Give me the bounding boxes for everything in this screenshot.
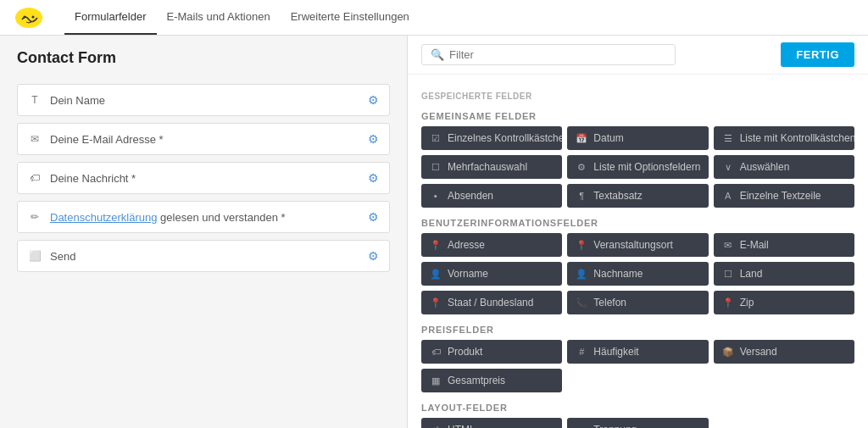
logo-icon [14, 6, 44, 30]
svg-point-2 [32, 15, 35, 18]
chip-staat-bundesland[interactable]: 📍Staat / Bundesland [421, 291, 562, 314]
form-fields-list: T Dein Name ⚙ ✉ Deine E-Mail Adresse * ⚙… [17, 84, 390, 272]
gemeinsame-grid: ☑Einzelnes Kontrollkästchen 📅Datum ☰List… [421, 126, 854, 208]
main-nav: Formularfelder E-Mails und Aktionen Erwe… [64, 0, 420, 35]
chip-zip[interactable]: 📍Zip [714, 291, 854, 314]
chip-textabsatz[interactable]: ¶Textabsatz [567, 184, 708, 208]
field-label-datenschutz: Datenschutzerklärung gelesen und verstan… [50, 211, 286, 224]
chip-icon: A [722, 191, 734, 201]
field-gear-message[interactable]: ⚙ [368, 171, 379, 185]
chip-icon: ∨ [722, 162, 734, 173]
field-gear-name[interactable]: ⚙ [368, 93, 379, 107]
chip-einzelne-textzeile[interactable]: AEinzelne Textzeile [714, 184, 854, 208]
filter-input[interactable] [449, 48, 666, 61]
chip-icon: ☑ [430, 133, 442, 144]
chip-icon: 📦 [722, 347, 734, 358]
benutzer-grid: 📍Adresse 📍Veranstaltungsort ✉E-Mail 👤Vor… [421, 233, 854, 314]
field-label-send: Send [50, 250, 75, 263]
chip-haufigkeit[interactable]: #Häufigkeit [567, 340, 708, 364]
field-row-name[interactable]: T Dein Name ⚙ [17, 84, 390, 116]
datenschutz-link[interactable]: Datenschutzerklärung [50, 211, 157, 224]
chip-vorname[interactable]: 👤Vorname [421, 262, 562, 286]
preis-grid: 🏷Produkt #Häufigkeit 📦Versand ▦Gesamtpre… [421, 340, 854, 392]
chip-icon: 🏷 [430, 347, 442, 357]
chip-gesamtpreis[interactable]: ▦Gesamtpreis [421, 369, 562, 392]
svg-point-0 [15, 8, 42, 28]
chip-icon: ▦ [430, 375, 442, 386]
chip-mehrfachauswahl[interactable]: ☐Mehrfachauswahl [421, 155, 562, 179]
text-icon: T [28, 93, 42, 107]
svg-point-1 [24, 15, 26, 18]
chip-icon: 📍 [722, 297, 734, 308]
chip-einzelnes-kontrollkaestchen[interactable]: ☑Einzelnes Kontrollkästchen [421, 126, 562, 150]
section-label-layout: LAYOUT-FELDER [421, 403, 854, 413]
field-label-email: Deine E-Mail Adresse * [50, 133, 164, 146]
section-label-gemeinsame: GEMEINSAME FELDER [421, 111, 854, 121]
chip-icon: 📞 [576, 297, 587, 308]
chip-icon: ☰ [722, 133, 734, 144]
chip-nachname[interactable]: 👤Nachname [567, 262, 708, 286]
saved-section-label: GESPEICHERTE FELDER [421, 92, 854, 101]
sections-container: GESPEICHERTE FELDER GEMEINSAME FELDER ☑E… [408, 75, 868, 428]
right-panel: 🔍 FERTIG GESPEICHERTE FELDER GEMEINSAME … [407, 36, 868, 428]
section-label-benutzer: BENUTZERINFORMATIONSFELDER [421, 218, 854, 228]
send-icon: ⬜ [28, 249, 42, 263]
field-label-message: Deine Nachricht * [50, 172, 136, 185]
fertig-button[interactable]: FERTIG [781, 42, 854, 67]
field-row-send[interactable]: ⬜ Send ⚙ [17, 240, 390, 272]
tab-formularfelder[interactable]: Formularfelder [64, 0, 157, 35]
chip-icon: 👤 [576, 269, 587, 280]
chip-liste-kontrollkaestchen[interactable]: ☰Liste mit Kontrollkästchen [714, 126, 854, 150]
field-row-email[interactable]: ✉ Deine E-Mail Adresse * ⚙ [17, 123, 390, 155]
search-icon: 🔍 [431, 48, 444, 61]
chip-icon: # [576, 347, 587, 357]
chip-veranstaltungsort[interactable]: 📍Veranstaltungsort [567, 233, 708, 257]
chip-versand[interactable]: 📦Versand [714, 340, 854, 364]
chip-adresse[interactable]: 📍Adresse [421, 233, 562, 257]
chip-icon: </> [430, 425, 442, 428]
chip-icon: 📍 [430, 297, 442, 308]
layout-grid: </>HTML —Trennung [421, 418, 854, 428]
main-layout: Contact Form T Dein Name ⚙ ✉ Deine E-Mai… [0, 36, 868, 428]
field-row-datenschutz[interactable]: ✏ Datenschutzerklärung gelesen und verst… [17, 201, 390, 233]
checkbox-icon: ✏ [28, 210, 42, 224]
chip-telefon[interactable]: 📞Telefon [567, 291, 708, 314]
chip-icon: ☐ [722, 269, 734, 280]
tab-emails-aktionen[interactable]: E-Mails und Aktionen [157, 0, 281, 35]
chip-auswahlen[interactable]: ∨Auswählen [714, 155, 854, 179]
field-gear-datenschutz[interactable]: ⚙ [368, 210, 379, 224]
chip-email[interactable]: ✉E-Mail [714, 233, 854, 257]
field-label-name: Dein Name [50, 94, 105, 107]
chip-icon: 👤 [430, 269, 442, 280]
field-row-message[interactable]: 🏷 Deine Nachricht * ⚙ [17, 162, 390, 194]
chip-icon: ☐ [430, 162, 442, 173]
message-icon: 🏷 [28, 171, 42, 185]
chip-liste-optionsfeldern[interactable]: ⚙Liste mit Optionsfeldern [567, 155, 708, 179]
app-header: Formularfelder E-Mails und Aktionen Erwe… [0, 0, 868, 36]
chip-icon: — [576, 425, 587, 428]
field-gear-send[interactable]: ⚙ [368, 249, 379, 263]
chip-icon: 📍 [576, 240, 587, 251]
chip-trennung[interactable]: —Trennung [567, 418, 708, 428]
tab-erweiterte-einstellungen[interactable]: Erweiterte Einstellungen [281, 0, 420, 35]
chip-icon: ✉ [722, 240, 734, 251]
field-gear-email[interactable]: ⚙ [368, 132, 379, 146]
chip-datum[interactable]: 📅Datum [567, 126, 708, 150]
chip-produkt[interactable]: 🏷Produkt [421, 340, 562, 364]
chip-icon: 📅 [576, 133, 587, 144]
chip-html[interactable]: </>HTML [421, 418, 562, 428]
chip-land[interactable]: ☐Land [714, 262, 854, 286]
section-label-preis: PREISFELDER [421, 325, 854, 335]
form-title: Contact Form [17, 49, 390, 67]
right-header: 🔍 FERTIG [408, 36, 868, 75]
left-panel: Contact Form T Dein Name ⚙ ✉ Deine E-Mai… [0, 36, 407, 428]
email-icon: ✉ [28, 132, 42, 146]
chip-absenden[interactable]: ▪Absenden [421, 184, 562, 208]
chip-icon: ▪ [430, 191, 442, 201]
filter-wrap: 🔍 [421, 44, 676, 65]
chip-icon: ⚙ [576, 162, 587, 173]
chip-icon: 📍 [430, 240, 442, 251]
chip-icon: ¶ [576, 191, 587, 201]
